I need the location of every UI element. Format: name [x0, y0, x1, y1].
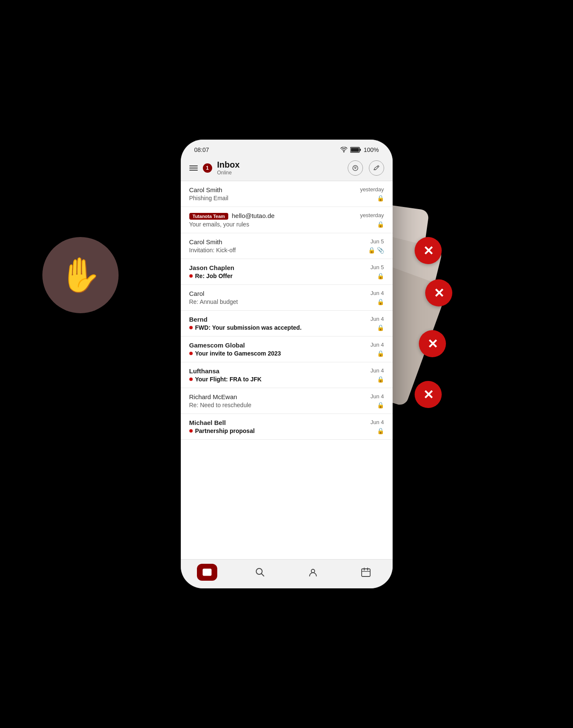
svg-rect-9 — [203, 569, 211, 576]
compose-icon — [373, 165, 380, 171]
email-item[interactable]: Gamescom GlobalJun 4Your invite to Games… — [181, 336, 393, 362]
unread-dot — [189, 352, 193, 355]
mail-icon — [202, 568, 212, 576]
compose-button[interactable] — [369, 160, 384, 176]
battery-percent: 100% — [364, 146, 379, 153]
filter-button[interactable] — [348, 160, 363, 176]
hand-icon: ✋ — [59, 255, 102, 295]
email-sender: Carol Smith — [189, 186, 222, 193]
email-item[interactable]: CarolJun 4Re: Annual budget🔒 — [181, 285, 393, 311]
filter-icon — [352, 165, 359, 171]
email-subject: Partnership proposal — [189, 427, 255, 434]
delete-button-4[interactable]: ✕ — [415, 381, 442, 408]
email-subject: Re: Job Offer — [189, 273, 233, 279]
phone: 08:07 100% — [181, 140, 393, 588]
svg-point-0 — [343, 151, 344, 152]
email-date: Jun 5 — [371, 264, 384, 270]
battery-icon — [350, 147, 361, 153]
svg-rect-3 — [351, 148, 359, 152]
email-icons: 🔒 — [377, 376, 384, 383]
email-item[interactable]: Michael BellJun 4Partnership proposal🔒 — [181, 414, 393, 440]
email-sender: Lufthansa — [189, 367, 220, 375]
email-icons: 🔒 — [377, 350, 384, 357]
nav-search[interactable] — [250, 565, 270, 580]
lock-icon: 🔒 — [377, 376, 384, 383]
lock-icon: 🔒 — [377, 427, 384, 434]
email-list[interactable]: Carol SmithyesterdayPhishing Email🔒Tutan… — [181, 181, 393, 559]
email-subject: Re: Annual budget — [189, 298, 238, 305]
email-sender: Carol — [189, 290, 205, 297]
delete-button-2[interactable]: ✕ — [425, 279, 452, 306]
lock-icon: 🔒 — [368, 247, 375, 254]
email-sender: Michael Bell — [189, 419, 226, 426]
email-date: Jun 4 — [371, 367, 384, 374]
email-icons: 🔒 — [377, 273, 384, 279]
lock-icon: 🔒 — [377, 273, 384, 279]
svg-rect-13 — [362, 569, 370, 576]
email-icons: 🔒📎 — [368, 247, 384, 254]
email-date: yesterday — [360, 212, 384, 218]
email-date: Jun 4 — [371, 393, 384, 400]
email-icons: 🔒 — [377, 427, 384, 434]
email-icons: 🔒 — [377, 324, 384, 331]
unread-dot — [189, 378, 193, 381]
search-icon — [255, 568, 265, 577]
email-sender: Tutanota Team hello@tutao.de — [189, 212, 275, 220]
email-icons: 🔒 — [377, 402, 384, 408]
inbox-title: Inbox — [217, 160, 240, 170]
email-sender: Richard McEwan — [189, 393, 237, 400]
email-subject: FWD: Your submission was accepted. — [189, 324, 302, 331]
email-date: Jun 4 — [371, 316, 384, 322]
scene: ✋ ✕ ✕ ✕ ✕ 08:07 — [0, 0, 573, 728]
unread-dot — [189, 326, 193, 329]
email-date: Jun 5 — [371, 238, 384, 245]
email-item[interactable]: BerndJun 4FWD: Your submission was accep… — [181, 311, 393, 336]
nav-contacts[interactable] — [303, 565, 323, 580]
delete-button-1[interactable]: ✕ — [415, 237, 442, 264]
unread-dot — [189, 274, 193, 278]
lock-icon: 🔒 — [377, 402, 384, 408]
email-item[interactable]: Jason ChaplenJun 5Re: Job Offer🔒 — [181, 259, 393, 285]
email-item[interactable]: Tutanota Team hello@tutao.deyesterdayYou… — [181, 207, 393, 233]
contacts-icon — [308, 568, 318, 577]
email-date: yesterday — [360, 186, 384, 193]
menu-line-3 — [189, 170, 198, 171]
tutanota-badge: Tutanota Team — [189, 213, 229, 220]
email-icons: 🔒 — [377, 221, 384, 228]
menu-line-1 — [189, 165, 198, 166]
email-sender: Jason Chaplen — [189, 264, 235, 271]
attachment-icon: 📎 — [377, 247, 384, 254]
email-subject: Invitation: Kick-off — [189, 247, 236, 254]
email-item[interactable]: LufthansaJun 4Your Flight: FRA to JFK🔒 — [181, 362, 393, 388]
email-date: Jun 4 — [371, 419, 384, 425]
nav-calendar[interactable] — [356, 565, 376, 580]
app-header: 1 Inbox Online — [181, 157, 393, 181]
email-date: Jun 4 — [371, 290, 384, 296]
header-right — [348, 160, 384, 176]
menu-line-2 — [189, 168, 198, 168]
email-item[interactable]: Carol SmithJun 5Invitation: Kick-off🔒📎 — [181, 233, 393, 259]
email-sender: Bernd — [189, 316, 208, 323]
email-subject: Your Flight: FRA to JFK — [189, 376, 262, 383]
lock-icon: 🔒 — [377, 221, 384, 228]
email-icons: 🔒 — [377, 195, 384, 201]
email-item[interactable]: Carol SmithyesterdayPhishing Email🔒 — [181, 181, 393, 207]
nav-mail[interactable] — [197, 564, 217, 581]
email-item[interactable]: Richard McEwanJun 4Re: Need to reschedul… — [181, 388, 393, 414]
inbox-subtitle: Online — [217, 170, 240, 176]
email-sender: Gamescom Global — [189, 342, 245, 349]
unread-dot — [189, 429, 193, 433]
lock-icon: 🔒 — [377, 298, 384, 305]
email-sender: Carol Smith — [189, 238, 222, 245]
calendar-icon — [361, 568, 371, 577]
menu-icon[interactable] — [189, 165, 198, 171]
inbox-text: Inbox Online — [217, 160, 240, 176]
svg-line-7 — [377, 166, 378, 167]
email-subject: Your invite to Gamescom 2023 — [189, 350, 281, 357]
lock-icon: 🔒 — [377, 195, 384, 201]
header-left: 1 Inbox Online — [189, 160, 240, 176]
delete-button-3[interactable]: ✕ — [419, 330, 446, 357]
status-time: 08:07 — [194, 146, 209, 153]
bottom-nav — [181, 559, 393, 588]
email-date: Jun 4 — [371, 342, 384, 348]
